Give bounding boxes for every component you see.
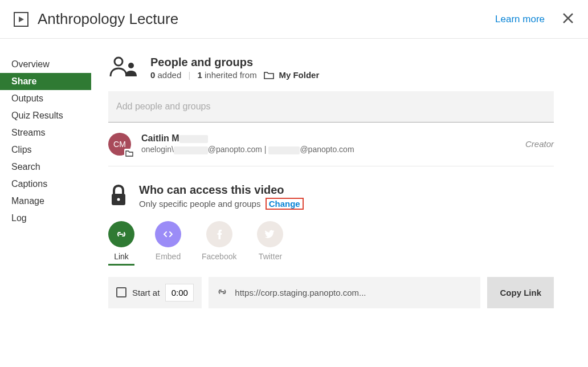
sidebar-item-share[interactable]: Share [0,73,91,90]
avatar-folder-badge [124,149,134,158]
person-email-domain-1: @panopto.com [208,145,262,154]
facebook-icon [206,221,232,247]
copy-link-button[interactable]: Copy Link [487,277,554,308]
sidebar-item-log[interactable]: Log [0,210,91,227]
redacted-text [268,146,300,154]
separator: | [188,70,190,80]
link-icon-small [217,286,228,299]
access-subtitle-text: Only specific people and groups [139,199,260,209]
svg-point-4 [128,63,134,68]
sidebar-item-quiz-results[interactable]: Quiz Results [0,107,91,124]
share-tab-embed-label: Embed [156,252,181,261]
lock-icon [108,184,129,207]
share-tab-link[interactable]: Link [108,221,134,261]
video-icon [14,12,28,27]
person-email-domain-2: @panopto.com [300,145,354,154]
people-section-header: People and groups 0 added | 1 inherited … [108,56,554,81]
page-title: Anthropology Lecture [38,10,495,28]
share-url-text: https://corp.staging.panopto.com... [235,288,366,297]
close-icon[interactable] [562,11,574,27]
embed-icon [155,221,181,247]
share-tab-link-label: Link [114,252,129,261]
add-people-input[interactable] [116,101,546,112]
start-at-box: Start at [108,277,202,308]
share-tab-twitter[interactable]: Twitter [257,221,283,261]
access-section-header: Who can access this video Only specific … [108,184,554,209]
person-row: CM Caitlin M onelogin\@panopto.com | @pa… [108,123,554,166]
sidebar-item-overview[interactable]: Overview [0,56,91,73]
share-tab-embed[interactable]: Embed [155,221,181,261]
person-login-prefix: onelogin\ [141,145,174,154]
sidebar-item-captions[interactable]: Captions [0,176,91,193]
svg-point-6 [117,198,120,201]
share-tab-twitter-label: Twitter [259,252,282,261]
sidebar-item-manage[interactable]: Manage [0,193,91,210]
sidebar-item-outputs[interactable]: Outputs [0,90,91,107]
person-subline: onelogin\@panopto.com | @panopto.com [141,145,515,154]
svg-marker-0 [19,17,24,22]
access-subtitle: Only specific people and groups Change [139,199,304,209]
folder-icon [264,71,274,81]
avatar: CM [108,133,131,156]
sidebar-item-clips[interactable]: Clips [0,141,91,158]
added-label: added [158,70,182,80]
svg-point-3 [115,58,122,66]
inherited-count: 1 [197,70,202,80]
inherited-label: inherited from [205,70,257,80]
main-content: People and groups 0 added | 1 inherited … [91,39,564,325]
twitter-icon [257,221,283,247]
share-tab-facebook-label: Facebook [202,252,236,261]
start-at-label: Start at [132,288,160,297]
redacted-text [174,146,208,154]
inherited-folder-name[interactable]: My Folder [279,70,319,80]
start-at-time-input[interactable] [165,284,194,301]
add-people-input-wrap [108,91,554,123]
people-subtitle: 0 added | 1 inherited from My Folder [150,70,319,81]
share-tab-facebook[interactable]: Facebook [202,221,236,261]
link-bar: Start at https://corp.staging.panopto.co… [108,277,554,308]
sidebar-item-streams[interactable]: Streams [0,124,91,141]
added-count: 0 [150,70,155,80]
person-name: Caitlin M [141,133,515,144]
start-at-checkbox[interactable] [116,287,126,297]
share-tabs: Link Embed Facebook Twitter [108,221,554,261]
dialog-header: Anthropology Lecture Learn more [0,0,588,39]
sidebar: Overview Share Outputs Quiz Results Stre… [0,39,91,325]
people-icon [108,56,140,79]
access-title: Who can access this video [139,184,304,197]
redacted-text [179,135,208,143]
change-access-link[interactable]: Change [266,198,304,210]
person-name-prefix: Caitlin M [141,133,179,143]
link-icon [108,221,134,247]
people-title: People and groups [150,56,319,69]
avatar-initials: CM [113,140,126,149]
share-url-box[interactable]: https://corp.staging.panopto.com... [209,277,480,308]
person-email-sep: | [262,145,268,154]
learn-more-link[interactable]: Learn more [495,14,545,25]
person-info: Caitlin M onelogin\@panopto.com | @panop… [141,133,515,154]
person-role: Creator [525,139,554,149]
sidebar-item-search[interactable]: Search [0,158,91,176]
